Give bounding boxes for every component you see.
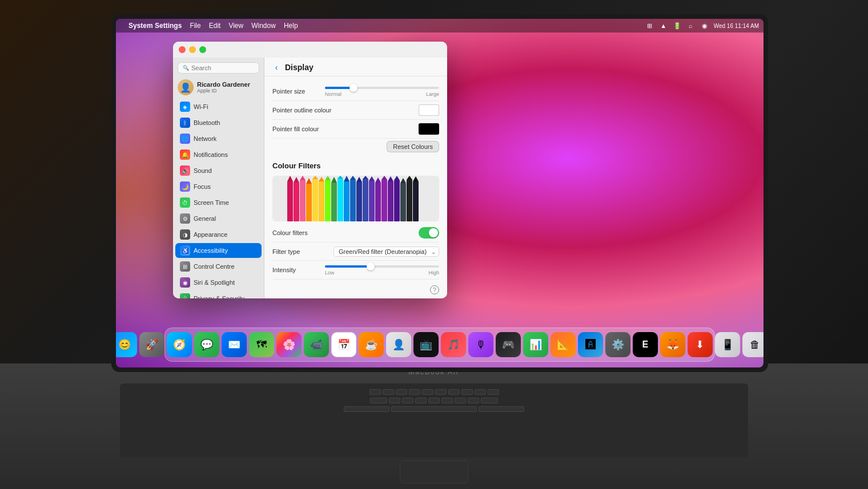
sidebar-item-sound[interactable]: 🔊 Sound xyxy=(175,163,262,178)
pointer-size-slider-thumb[interactable] xyxy=(349,84,357,92)
pointer-size-min-label: Normal xyxy=(325,91,341,97)
dock-icon-system-settings[interactable]: ⚙️ xyxy=(605,332,630,357)
siri-icon[interactable]: ◉ xyxy=(700,21,709,30)
sidebar-item-focus[interactable]: 🌙 Focus xyxy=(175,179,262,194)
dock-icon-photos[interactable]: 🌸 xyxy=(276,332,302,357)
svg-marker-35 xyxy=(394,176,400,180)
intensity-high-label: High xyxy=(428,270,439,276)
sidebar-item-accessibility[interactable]: ♿ Accessibility xyxy=(175,243,262,258)
pointer-size-slider-track[interactable] xyxy=(325,87,439,89)
maximize-button[interactable] xyxy=(199,46,206,53)
filter-type-select[interactable]: Green/Red filter (Deuteranopia) Red/Gree… xyxy=(333,246,439,257)
svg-rect-34 xyxy=(394,180,400,221)
dock-icon-trash[interactable]: 🗑 xyxy=(742,332,763,357)
main-content: ‹ Display Pointer size xyxy=(264,42,447,298)
sidebar-label-notifications: Notifications xyxy=(194,151,228,158)
screen-time-icon: ⏱ xyxy=(180,197,190,208)
intensity-slider-track[interactable] xyxy=(325,265,439,268)
sidebar-item-control-centre[interactable]: ⊞ Control Centre xyxy=(175,259,262,274)
dock-icon-keynote[interactable]: 📐 xyxy=(550,332,576,357)
minimize-button[interactable] xyxy=(189,46,196,53)
sidebar-item-appearance[interactable]: ◑ Appearance xyxy=(175,227,262,242)
sidebar-item-screen-time[interactable]: ⏱ Screen Time xyxy=(175,195,262,210)
dock-icon-finder[interactable]: 😊 xyxy=(116,332,137,357)
reset-row: Reset Colours xyxy=(272,139,439,157)
pointer-size-row: Pointer size Normal Large xyxy=(272,82,439,101)
dock-icon-contacts[interactable]: 👤 xyxy=(386,332,411,357)
dock-icon-messages[interactable]: 💬 xyxy=(194,332,219,357)
dock-icon-control-room[interactable]: 🎮 xyxy=(496,332,521,357)
back-button[interactable]: ‹ xyxy=(271,62,282,72)
appearance-icon: ◑ xyxy=(180,229,190,240)
sidebar-label-general: General xyxy=(194,215,216,222)
user-name: Ricardo Gardener xyxy=(197,81,250,88)
svg-marker-25 xyxy=(363,176,368,179)
sidebar-item-notifications[interactable]: 🔔 Notifications xyxy=(175,147,262,162)
dock-icon-mail[interactable]: ✉️ xyxy=(222,332,247,357)
menu-edit[interactable]: Edit xyxy=(209,22,221,30)
sidebar-item-siri[interactable]: ◉ Siri & Spotlight xyxy=(175,275,262,290)
dock-icon-maps[interactable]: 🗺 xyxy=(249,332,274,357)
intensity-slider-fill xyxy=(325,265,371,268)
control-centre-icon: ⊞ xyxy=(180,261,190,272)
dock-icon-calendar[interactable]: 📅 xyxy=(331,332,356,357)
dock-icon-numbers[interactable]: 📊 xyxy=(523,332,548,357)
sidebar-label-accessibility: Accessibility xyxy=(194,247,228,254)
svg-rect-32 xyxy=(388,181,393,221)
colour-filters-toggle-label: Colour filters xyxy=(272,229,308,236)
app-name[interactable]: System Settings xyxy=(128,22,182,30)
colour-filters-toggle[interactable] xyxy=(419,227,439,239)
sidebar-item-privacy[interactable]: 🔒 Privacy & Security xyxy=(175,291,262,298)
dock-icon-firefox[interactable]: 🦊 xyxy=(660,332,685,357)
dock-icon-appletv[interactable]: 📺 xyxy=(413,332,439,357)
close-button[interactable] xyxy=(179,46,186,53)
intensity-slider-thumb[interactable] xyxy=(367,262,375,270)
sidebar-item-general[interactable]: ⚙ General xyxy=(175,211,262,226)
dock-icon-facetime[interactable]: 📹 xyxy=(304,332,329,357)
svg-marker-1 xyxy=(287,176,293,181)
menu-file[interactable]: File xyxy=(190,22,200,30)
dock-icon-launchpad[interactable]: 🚀 xyxy=(139,332,164,357)
help-button[interactable]: ? xyxy=(430,285,439,294)
menu-window[interactable]: Window xyxy=(251,22,276,30)
sidebar-item-bluetooth[interactable]: ᛒ Bluetooth xyxy=(175,115,262,130)
wifi-status-icon[interactable]: ▲ xyxy=(659,21,668,30)
search-icon: 🔍 xyxy=(183,65,189,71)
sidebar-item-wifi[interactable]: ◈ Wi-Fi xyxy=(175,99,262,114)
keyboard-area xyxy=(120,383,748,458)
svg-rect-4 xyxy=(300,180,306,221)
user-profile-item[interactable]: 👤 Ricardo Gardener Apple ID xyxy=(173,76,264,99)
svg-marker-17 xyxy=(337,176,343,179)
sidebar-label-screen-time: Screen Time xyxy=(194,199,229,206)
sidebar-item-network[interactable]: 🌐 Network xyxy=(175,131,262,146)
control-center-icon[interactable]: ⊞ xyxy=(645,21,654,30)
svg-rect-6 xyxy=(306,184,312,221)
notifications-icon: 🔔 xyxy=(180,149,190,160)
dock-icon-appstore[interactable]: 🅰 xyxy=(578,332,603,357)
dock-icon-amphetamine[interactable]: ☕ xyxy=(359,332,384,357)
reset-colours-button[interactable]: Reset Colours xyxy=(387,141,439,152)
dock-icon-safari[interactable]: 🧭 xyxy=(167,332,192,357)
search-box[interactable]: 🔍 xyxy=(178,62,259,74)
battery-icon[interactable]: 🔋 xyxy=(673,21,682,30)
search-menubar-icon[interactable]: ⌕ xyxy=(686,21,696,30)
filter-type-label: Filter type xyxy=(272,248,300,255)
svg-marker-23 xyxy=(356,177,362,182)
wifi-icon: ◈ xyxy=(180,102,190,112)
dock-icon-podcasts[interactable]: 🎙 xyxy=(468,332,493,357)
dock-icon-transmission[interactable]: ⬇ xyxy=(688,332,713,357)
pointer-fill-swatch[interactable] xyxy=(419,123,439,135)
svg-rect-18 xyxy=(344,181,349,221)
help-row: ? xyxy=(272,280,439,297)
pointer-size-slider-container: Normal Large xyxy=(325,86,439,97)
dock-icon-epic-games[interactable]: E xyxy=(633,332,658,357)
search-input[interactable] xyxy=(191,64,254,71)
trackpad[interactable] xyxy=(400,460,468,483)
menu-view[interactable]: View xyxy=(228,22,243,30)
avatar: 👤 xyxy=(178,79,194,95)
pointer-outline-swatch[interactable] xyxy=(419,104,439,116)
sidebar-label-control-centre: Control Centre xyxy=(194,263,235,270)
menu-help[interactable]: Help xyxy=(284,22,298,30)
dock-icon-iphone-mirroring[interactable]: 📱 xyxy=(715,332,740,357)
dock-icon-music[interactable]: 🎵 xyxy=(441,332,466,357)
